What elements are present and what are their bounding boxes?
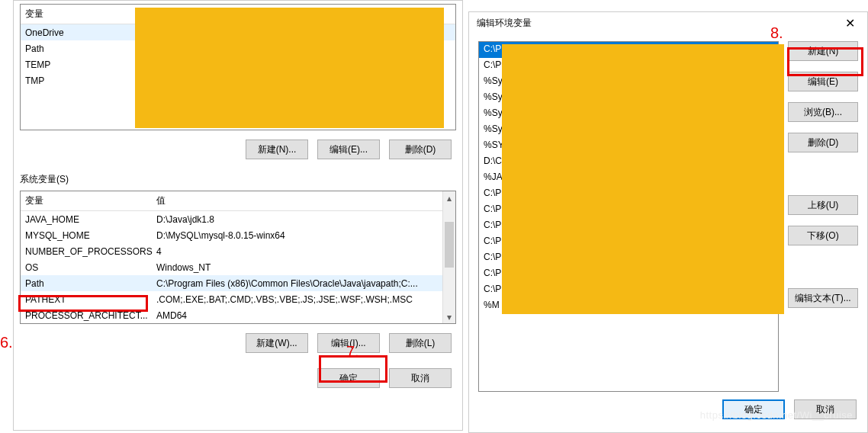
col-value: 值 [152, 191, 442, 210]
sys-var-row[interactable]: JAVA_HOMED:\Java\jdk1.8 [21, 211, 442, 227]
system-vars-buttons: 新建(W)... 编辑(I)... 删除(L) [14, 324, 462, 362]
system-vars-label: 系统变量(S) [14, 168, 462, 191]
edit-env-var-dialog: 编辑环境变量 ✕ C:\P C:\P %Sy %Sy %Sy %Sy %SY D… [468, 11, 868, 433]
sys-var-row[interactable]: MYSQL_HOMED:\MySQL\mysql-8.0.15-winx64 [21, 227, 442, 243]
scrollbar[interactable]: ▴ ▾ [442, 191, 455, 323]
cancel-button[interactable]: 取消 [389, 368, 452, 388]
sys-var-row[interactable]: NUMBER_OF_PROCESSORS4 [21, 243, 442, 259]
sys-var-row[interactable]: PROCESSOR_ARCHITECT...AMD64 [21, 307, 442, 323]
path-edit-buttons: 新建(N) 编辑(E) 浏览(B)... 删除(D) 上移(U) 下移(O) 编… [788, 41, 858, 392]
scroll-down-icon[interactable]: ▾ [443, 310, 455, 323]
col-variable: 变量 [21, 5, 133, 24]
user-edit-button[interactable]: 编辑(E)... [317, 140, 380, 159]
sys-var-row[interactable]: OSWindows_NT [21, 259, 442, 275]
path-delete-button[interactable]: 删除(D) [788, 133, 858, 152]
scroll-up-icon[interactable]: ▴ [443, 191, 455, 204]
ok-button[interactable]: 确定 [317, 368, 380, 388]
redaction-mask [502, 44, 784, 314]
user-new-button[interactable]: 新建(N)... [246, 140, 308, 159]
col-variable: 变量 [21, 191, 152, 210]
sys-var-row-path[interactable]: PathC:\Program Files (x86)\Common Files\… [21, 275, 442, 291]
path-edittext-button[interactable]: 编辑文本(T)... [788, 288, 858, 308]
path-values-listbox[interactable]: C:\P C:\P %Sy %Sy %Sy %Sy %SY D:\C %JA C… [478, 41, 779, 392]
sys-new-button[interactable]: 新建(W)... [246, 333, 308, 353]
annotation-6: 6. [0, 334, 13, 351]
path-moveup-button[interactable]: 上移(U) [788, 195, 858, 215]
path-browse-button[interactable]: 浏览(B)... [788, 102, 858, 122]
dialog-ok-cancel: 确定 取消 [14, 362, 462, 388]
path-new-button[interactable]: 新建(N) [788, 41, 858, 61]
env-vars-dialog: 变量 值 OneDrive Path TEMP TMP 新建(N)... 编辑(… [13, 0, 463, 431]
redaction-mask [135, 8, 444, 128]
sys-edit-button[interactable]: 编辑(I)... [317, 333, 380, 353]
path-edit-button[interactable]: 编辑(E) [788, 72, 858, 91]
sys-vars-header: 变量 值 [21, 191, 442, 211]
dialog-titlebar: 编辑环境变量 ✕ [469, 12, 867, 34]
system-vars-listbox[interactable]: 变量 值 JAVA_HOMED:\Java\jdk1.8 MYSQL_HOMED… [20, 191, 456, 324]
path-movedown-button[interactable]: 下移(O) [788, 226, 858, 245]
user-vars-listbox[interactable]: 变量 值 OneDrive Path TEMP TMP [20, 4, 456, 130]
ok-button[interactable]: 确定 [722, 399, 785, 419]
dialog-ok-cancel: 确定 取消 [469, 395, 867, 419]
sys-delete-button[interactable]: 删除(L) [389, 333, 452, 353]
close-icon[interactable]: ✕ [841, 14, 860, 32]
dialog-title: 编辑环境变量 [477, 17, 841, 30]
user-vars-buttons: 新建(N)... 编辑(E)... 删除(D) [14, 130, 462, 168]
scroll-thumb[interactable] [445, 222, 454, 268]
user-delete-button[interactable]: 删除(D) [389, 140, 452, 159]
sys-var-row[interactable]: PATHEXT.COM;.EXE;.BAT;.CMD;.VBS;.VBE;.JS… [21, 291, 442, 307]
cancel-button[interactable]: 取消 [794, 399, 857, 419]
